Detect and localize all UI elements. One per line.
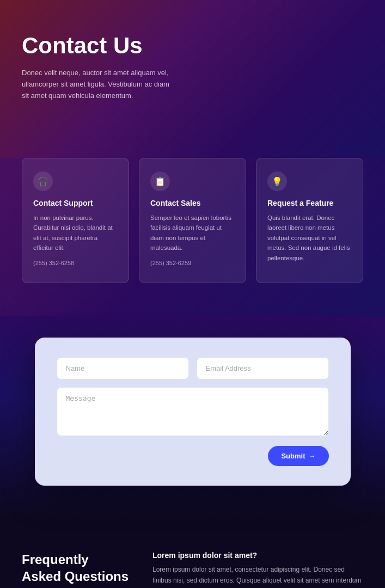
faq-answer: Lorem ipsum dolor sit amet, consectetur … (152, 564, 363, 588)
contact-sales-card: 📋 Contact Sales Semper leo et sapien lob… (139, 158, 246, 283)
clipboard-icon: 📋 (150, 171, 170, 191)
card-title-sales: Contact Sales (150, 199, 235, 207)
card-title-feature: Request a Feature (267, 199, 352, 207)
headphones-icon: 🎧 (33, 171, 53, 191)
hero-description: Donec velit neque, auctor sit amet aliqu… (22, 68, 174, 101)
name-input[interactable] (57, 357, 189, 379)
card-phone-support: (255) 352-6258 (33, 260, 118, 266)
hero-section: Contact Us Donec velit neque, auctor sit… (0, 0, 385, 158)
card-desc-support: In non pulvinar purus. Curabitur nisi od… (33, 213, 118, 253)
contact-support-card: 🎧 Contact Support In non pulvinar purus.… (22, 158, 129, 283)
lightbulb-icon: 💡 (267, 171, 287, 191)
card-phone-sales: (255) 352-6259 (150, 260, 235, 266)
faq-question: Lorem ipsum dolor sit amet? (152, 551, 363, 560)
faq-heading: Frequently Asked Questions (22, 551, 131, 585)
request-feature-card: 💡 Request a Feature Quis blandit erat. D… (256, 158, 363, 283)
faq-left-panel: Frequently Asked Questions Vestibulum an… (22, 551, 131, 588)
contact-form-section: Submit → (0, 316, 385, 518)
form-top-row (57, 357, 329, 379)
faq-right-panel: Lorem ipsum dolor sit amet? Lorem ipsum … (152, 551, 363, 588)
faq-item: Lorem ipsum dolor sit amet? Lorem ipsum … (152, 551, 363, 588)
contact-form-container: Submit → (35, 338, 351, 486)
page-title: Contact Us (22, 33, 363, 59)
submit-button[interactable]: Submit → (268, 446, 328, 466)
email-input[interactable] (197, 357, 329, 379)
cards-section: 🎧 Contact Support In non pulvinar purus.… (0, 158, 385, 316)
submit-label: Submit (281, 452, 305, 460)
form-submit-row: Submit → (57, 446, 329, 466)
card-desc-sales: Semper leo et sapien lobortis facilisis … (150, 213, 235, 253)
faq-section: Frequently Asked Questions Vestibulum an… (0, 518, 385, 588)
message-input[interactable] (57, 387, 329, 436)
card-title-support: Contact Support (33, 199, 118, 207)
submit-arrow-icon: → (309, 452, 316, 460)
card-desc-feature: Quis blandit erat. Donec laoreet libero … (267, 213, 352, 263)
